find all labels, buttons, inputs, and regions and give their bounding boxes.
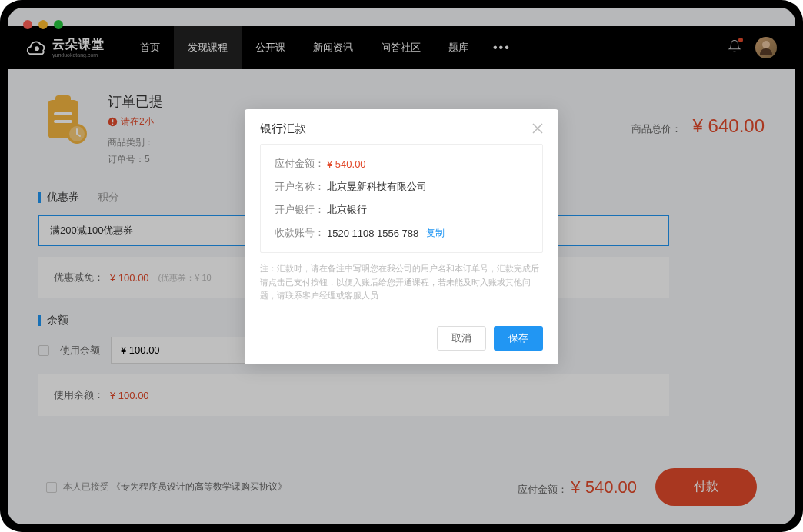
account-name-value: 北京昱新科技有限公司 xyxy=(327,180,427,194)
modal-close-button[interactable] xyxy=(532,122,543,136)
close-icon xyxy=(532,123,543,134)
modal-overlay[interactable]: 银行汇款 应付金额 ¥ 540.00 开户名称 北京昱新科技有限公司 xyxy=(8,8,795,524)
amount-value: ¥ 540.00 xyxy=(327,158,366,170)
save-button[interactable]: 保存 xyxy=(494,326,543,351)
cancel-button[interactable]: 取消 xyxy=(437,326,486,351)
bank-value: 北京银行 xyxy=(327,203,367,217)
bank-label: 开户银行 xyxy=(275,203,327,217)
account-no-label: 收款账号 xyxy=(275,226,327,240)
amount-label: 应付金额 xyxy=(275,157,327,171)
copy-button[interactable]: 复制 xyxy=(426,227,445,240)
account-no-value: 1520 1108 1556 788 xyxy=(327,228,418,239)
bank-info-box: 应付金额 ¥ 540.00 开户名称 北京昱新科技有限公司 开户银行 北京银行 xyxy=(260,144,543,253)
modal-title: 银行汇款 xyxy=(260,121,306,136)
bank-transfer-modal: 银行汇款 应付金额 ¥ 540.00 开户名称 北京昱新科技有限公司 xyxy=(245,109,558,364)
modal-note: 注：汇款时，请在备注中写明您在我公司的用户名和本订单号，汇款完成后请点击已支付按… xyxy=(260,262,543,303)
account-name-label: 开户名称 xyxy=(275,180,327,194)
